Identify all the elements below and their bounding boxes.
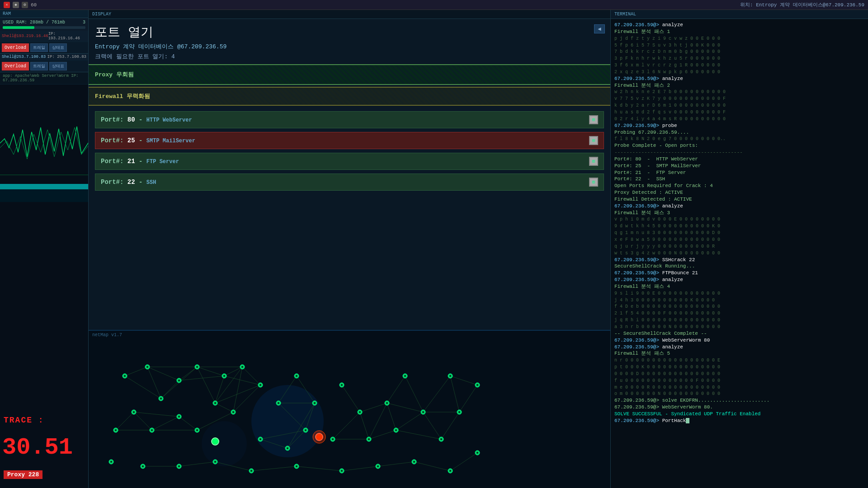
terminal-line: o m 0 0 0 0 0 0 N 0 0 0 0 0 0 0 0 0 0 0	[614, 390, 864, 397]
waveform-area: TRACE : 30.51 Proxy 228	[0, 84, 88, 488]
svg-line-43	[342, 385, 360, 412]
waveform-svg	[0, 84, 88, 202]
terminal-body[interactable]: 67.209.236.59@> analyzeFirewall 분석 패스 1p…	[611, 19, 868, 488]
terminal-line: v 7 7 5 v z K 7 y 0 0 0 0 0 0 0 0 0 0 0 …	[614, 95, 864, 102]
trace-button-1[interactable]: 트레일	[30, 43, 48, 52]
svg-line-49	[369, 430, 396, 439]
cursor	[686, 418, 689, 423]
terminal-line: x e F 8 w a 5 9 0 0 0 0 0 0 0 0 0 0 0 0	[614, 236, 864, 243]
terminal-line: 67.209.236.59@> analyze	[614, 75, 864, 82]
svg-point-81	[196, 366, 198, 368]
ram-display: USED RAM: 288mb / 761mb 3	[0, 18, 88, 31]
net-node-4	[195, 365, 199, 369]
net-node-35	[213, 460, 217, 464]
port-label-2: Port#: 21 - FTP Server	[101, 158, 179, 165]
terminal-line: m e 0 0 0 0 R 0 0 0 0 0 0 0 0 0 0 0 0 0	[614, 384, 864, 391]
terminal-line: w t s 3 g 4 z w 0 0 0 N 0 0 0 0 0 0 0 0	[614, 250, 864, 257]
terminal-line: f 4 D e b 0 0 0 0 0 0 0 0 0 0 0 0 0 0 0	[614, 303, 864, 310]
terminal-line: Firewall 분석 패스 5	[614, 350, 864, 357]
collapse-button[interactable]: ◄	[594, 24, 605, 33]
svg-point-73	[124, 375, 126, 377]
terminal-line: 2 1 f 5 4 0 0 0 0 F 0 0 0 0 0 0 0 0 0 0	[614, 310, 864, 317]
svg-point-77	[178, 380, 180, 381]
port-list: Port#: 80 - HTTP WebServer ⊞ Port#: 25 -…	[89, 108, 610, 194]
svg-line-69	[378, 462, 414, 466]
terminal-line: p j d f z t y z i 9 c v w z 0 0 E 0 0 0	[614, 35, 864, 42]
net-node-16	[294, 374, 299, 378]
netmap-svg	[89, 331, 486, 488]
net-node-9	[231, 410, 236, 414]
ram-bar-container	[3, 26, 85, 29]
terminal-line: Probing 67.209.236.59....	[614, 129, 864, 136]
terminal-line: p t 0 0 0 K 0 0 0 0 0 0 0 0 0 0 0 0 0 0	[614, 364, 864, 371]
btn-row-2: Overload 트레일 상태표	[0, 61, 88, 72]
svg-point-109	[305, 429, 307, 431]
terminal-line: 67.209.236.59@> FTPBounce 21	[614, 270, 864, 277]
svg-point-85	[214, 402, 216, 404]
svg-point-89	[259, 384, 261, 386]
port-row-2[interactable]: Port#: 21 - FTP Server ⊞	[95, 153, 604, 170]
terminal-header: TERMINAL	[611, 10, 868, 19]
port-row-0[interactable]: Port#: 80 - HTTP WebServer ⊞	[95, 111, 604, 128]
net-node-8	[258, 383, 263, 387]
net-node-5	[222, 374, 226, 378]
port-row-1[interactable]: Port#: 25 - SMTP MailServer ⊞	[95, 132, 604, 149]
net-node-1	[145, 365, 150, 369]
terminal-line: 67.209.236.59@> analyze	[614, 277, 864, 283]
svg-line-31	[134, 412, 152, 430]
overload-button-1[interactable]: Overload	[2, 43, 29, 52]
svg-point-135	[449, 375, 451, 377]
netmap-label: netMap v1.7	[92, 333, 122, 338]
net-node-14	[113, 428, 118, 432]
terminal-line: 67.209.236.59@> WebServerWorm 80	[614, 337, 864, 344]
net-node-39	[376, 464, 380, 469]
svg-line-68	[342, 466, 378, 471]
net-node-19	[285, 446, 290, 450]
net-node-15	[276, 401, 281, 405]
display-area: 포트 열기 Entropy 계약 데이터베이스 @67.209.236.59 크…	[89, 19, 610, 330]
svg-line-60	[450, 376, 459, 412]
terminal-line: j q R h i 0 0 0 0 0 0 0 0 0 0 0 0 0 0 0	[614, 317, 864, 324]
terminal-line: Firewall 분석 패스 3	[614, 210, 864, 216]
svg-line-15	[197, 367, 215, 403]
svg-point-115	[341, 384, 343, 386]
overload-button-2[interactable]: Overload	[2, 62, 29, 70]
terminal-line: 67.209.236.59@> WebServerWorm 80.	[614, 404, 864, 411]
terminal-line: -- SecureShellCrack Complete --	[614, 330, 864, 337]
top-bar: ✕ ◆ ⚙ 60 위치: Entropy 계약 데이터베이스@67.209.23…	[0, 0, 868, 10]
connection-1-row: Shell@193.219.16.46 IP: 193.219.16.46	[0, 31, 88, 42]
svg-line-54	[396, 412, 423, 430]
svg-line-48	[369, 403, 387, 439]
svg-line-10	[161, 380, 179, 399]
trace-button-2[interactable]: 트레일	[30, 62, 48, 70]
net-node-23	[330, 437, 335, 441]
svg-point-127	[395, 429, 397, 431]
net-node-45	[212, 438, 219, 445]
port-row-3[interactable]: Port#: 22 - SSH ⊞	[95, 174, 604, 191]
terminal-line: Open Ports Required for Crack : 4	[614, 183, 864, 189]
terminal-line: 67.209.236.59@> probe	[614, 122, 864, 129]
terminal-line: SecureShellCrack Running...	[614, 263, 864, 270]
app-label: app: Apache\Web Server\Worm IP: 67.209.2…	[0, 72, 88, 84]
status-button-2[interactable]: 상태표	[49, 62, 67, 70]
terminal-line: Firewall 분석 패스 4	[614, 283, 864, 290]
gear-icon[interactable]: ⚙	[22, 2, 28, 8]
net-node-10	[177, 414, 181, 419]
net-node-6	[213, 401, 217, 405]
net-node-13	[132, 410, 136, 414]
svg-point-4	[202, 421, 247, 466]
terminal-line: 9 s l i 9 0 0 E 0 0 0 0 0 0 0 0 0 0 0 0	[614, 290, 864, 297]
terminal-line: 67.209.236.59@> analyze	[614, 344, 864, 351]
net-node-22	[358, 410, 362, 414]
terminal-line: SOLVE SUCCESSFUL - Syndicated UDP Traffi…	[614, 411, 864, 418]
svg-rect-1	[0, 184, 88, 189]
minimize-icon[interactable]: ◆	[13, 2, 19, 8]
port-icon-2: ⊞	[589, 157, 598, 166]
net-node-34	[177, 464, 181, 469]
svg-point-145	[250, 470, 252, 472]
net-node-44	[313, 431, 326, 443]
svg-line-29	[134, 412, 179, 417]
status-button-1[interactable]: 상태표	[49, 43, 67, 52]
close-icon[interactable]: ✕	[4, 2, 10, 8]
net-node-21	[340, 383, 344, 387]
